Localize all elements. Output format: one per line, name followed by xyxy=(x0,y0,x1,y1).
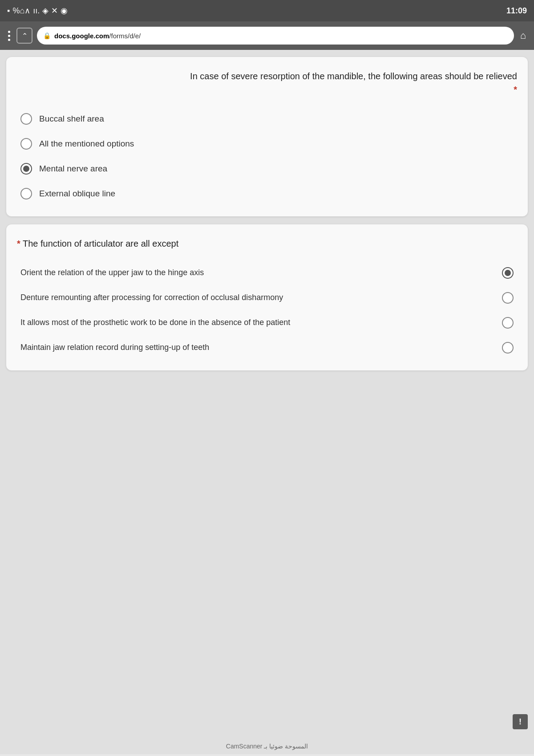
radio-mental-inner xyxy=(23,166,29,172)
up-arrow-icon: ⌃ xyxy=(22,32,28,40)
required-star-2: * xyxy=(17,239,20,248)
radio-buccal[interactable] xyxy=(20,113,32,125)
option-label-mental: Mental nerve area xyxy=(39,164,107,174)
option-1-external[interactable]: External oblique line xyxy=(17,183,517,204)
option-1-all[interactable]: All the mentioned options xyxy=(17,134,517,154)
option-2-denture[interactable]: Denture remounting after processing for … xyxy=(17,288,517,308)
lock-icon: 🔒 xyxy=(43,32,51,39)
option-label-maintain: Maintain jaw relation record during sett… xyxy=(20,342,495,353)
radio-maintain[interactable] xyxy=(502,342,514,354)
camera-icon: ◉ xyxy=(61,6,68,16)
float-btn-label: ! xyxy=(519,717,522,727)
radio-mental[interactable] xyxy=(20,163,32,175)
question-2-options: Orient the relation of the upper jaw to … xyxy=(17,263,517,358)
footer-text: المسوحة ضوئيا بـ CamScanner xyxy=(226,743,308,750)
option-label-allows: It allows most of the prosthetic work to… xyxy=(20,317,495,328)
status-icons: ▪ %⌂∧ ıı. ◈ ✕ ◉ xyxy=(7,6,68,16)
radio-orient[interactable] xyxy=(502,267,514,279)
radio-allows[interactable] xyxy=(502,317,514,329)
radio-external[interactable] xyxy=(20,188,32,199)
arrow-icon: ✕ xyxy=(51,6,58,16)
main-content: In case of severe resorption of the mand… xyxy=(0,50,534,738)
url-text: docs.google.com/forms/d/e/ xyxy=(54,32,141,40)
radio-orient-inner xyxy=(505,270,511,276)
percent-icon: %⌂∧ xyxy=(12,6,30,16)
browser-bar: ⌃ 🔒 docs.google.com/forms/d/e/ ⌂ xyxy=(0,21,534,50)
option-label-orient: Orient the relation of the upper jaw to … xyxy=(20,267,495,278)
option-label-all: All the mentioned options xyxy=(39,139,134,149)
question-2-card: * The function of articulator are all ex… xyxy=(6,224,528,370)
option-2-allows[interactable]: It allows most of the prosthetic work to… xyxy=(17,313,517,333)
browser-menu-button[interactable] xyxy=(6,29,12,43)
status-bar: ▪ %⌂∧ ıı. ◈ ✕ ◉ 11:09 xyxy=(0,0,534,21)
radio-all[interactable] xyxy=(20,138,32,150)
cast-icon: ◈ xyxy=(42,6,49,16)
question-1-card: In case of severe resorption of the mand… xyxy=(6,57,528,216)
footer-bar: المسوحة ضوئيا بـ CamScanner xyxy=(0,738,534,754)
question-1-options: Buccal shelf area All the mentioned opti… xyxy=(17,109,517,204)
radio-denture[interactable] xyxy=(502,292,514,304)
option-label-buccal: Buccal shelf area xyxy=(39,114,104,124)
browser-nav-button[interactable]: ⌃ xyxy=(16,28,32,44)
signal-icon: ▪ xyxy=(7,6,10,16)
option-label-external: External oblique line xyxy=(39,189,115,199)
option-1-buccal[interactable]: Buccal shelf area xyxy=(17,109,517,129)
float-action-button[interactable]: ! xyxy=(513,714,528,729)
required-star-1: * xyxy=(514,85,517,94)
option-1-mental[interactable]: Mental nerve area xyxy=(17,159,517,179)
home-button[interactable]: ⌂ xyxy=(518,28,528,43)
question-1-text: In case of severe resorption of the mand… xyxy=(17,69,517,96)
question-2-text: * The function of articulator are all ex… xyxy=(17,237,517,250)
wifi-icon: ıı. xyxy=(33,6,40,16)
time-display: 11:09 xyxy=(506,6,527,16)
option-label-denture: Denture remounting after processing for … xyxy=(20,292,495,303)
option-2-maintain[interactable]: Maintain jaw relation record during sett… xyxy=(17,337,517,358)
option-2-orient[interactable]: Orient the relation of the upper jaw to … xyxy=(17,263,517,283)
url-bar[interactable]: 🔒 docs.google.com/forms/d/e/ xyxy=(37,27,514,45)
